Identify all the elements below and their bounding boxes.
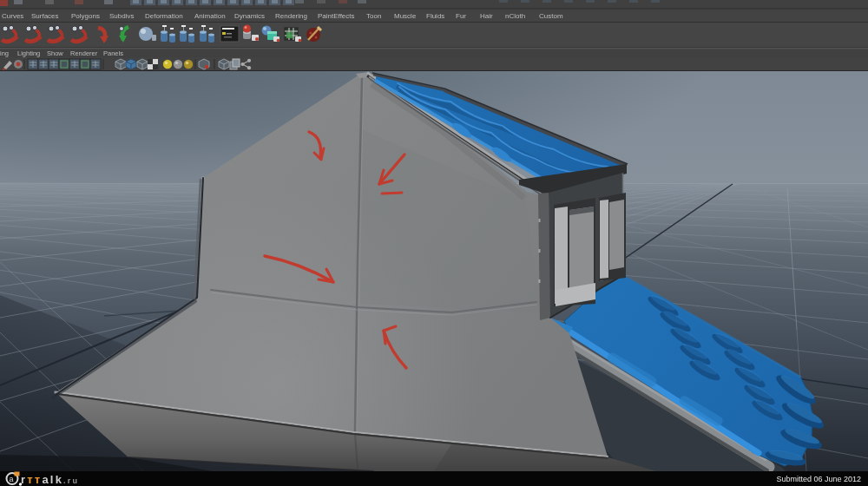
svg-text:Dynamics: Dynamics	[234, 12, 265, 20]
svg-text:Rendering: Rendering	[275, 12, 307, 20]
svg-text:a: a	[10, 475, 14, 483]
svg-text:Muscle: Muscle	[394, 12, 417, 20]
svg-text:Lighting: Lighting	[17, 49, 40, 57]
svg-text:Deformation: Deformation	[145, 12, 183, 20]
svg-text:Fluids: Fluids	[426, 12, 444, 20]
svg-text:Fur: Fur	[456, 12, 466, 20]
svg-text:Custom: Custom	[539, 12, 563, 20]
svg-text:Submitted 06 June 2012: Submitted 06 June 2012	[776, 475, 861, 483]
svg-text:Panels: Panels	[103, 49, 123, 57]
svg-text:Animation: Animation	[194, 12, 226, 20]
svg-text:Toon: Toon	[366, 12, 381, 20]
svg-text:Renderer: Renderer	[70, 49, 98, 57]
svg-text:PaintEffects: PaintEffects	[318, 12, 355, 20]
svg-text:Polygons: Polygons	[71, 12, 100, 20]
svg-text:Show: Show	[47, 49, 63, 57]
svg-text:Subdivs: Subdivs	[109, 12, 134, 20]
svg-text:Surfaces: Surfaces	[31, 12, 59, 20]
svg-text:Hair: Hair	[480, 12, 493, 20]
svg-text:ing: ing	[0, 49, 9, 57]
svg-text:Curves: Curves	[2, 12, 23, 20]
svg-text:nCloth: nCloth	[505, 12, 525, 20]
